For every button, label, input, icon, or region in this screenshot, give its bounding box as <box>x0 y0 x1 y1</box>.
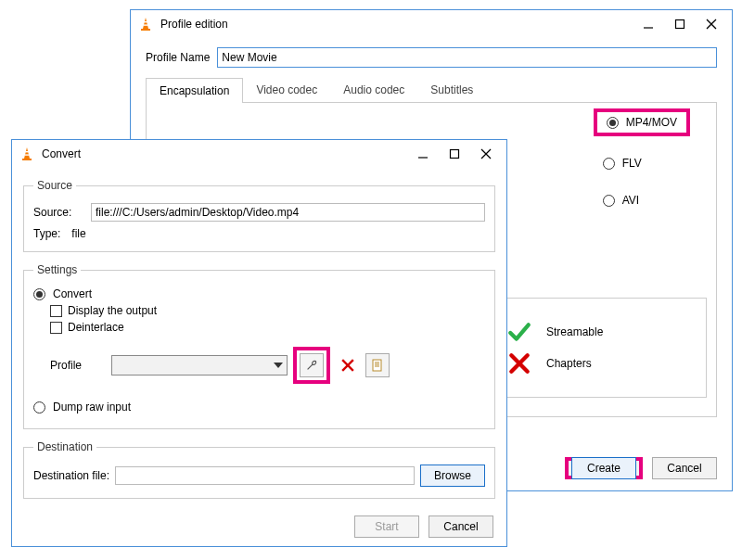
svg-rect-12 <box>25 154 30 155</box>
format-mp4mov[interactable]: MP4/MOV <box>594 108 690 136</box>
svg-rect-11 <box>25 151 29 152</box>
svg-rect-15 <box>451 150 459 159</box>
features-box: Streamable Chapters <box>490 298 707 398</box>
destination-legend: Destination <box>33 440 96 453</box>
convert-radio[interactable]: Convert <box>33 287 485 300</box>
minimize-button[interactable] <box>639 15 658 33</box>
format-avi[interactable]: AVI <box>594 190 690 210</box>
svg-rect-2 <box>144 24 148 25</box>
new-profile-button[interactable] <box>365 353 390 377</box>
dump-raw-label: Dump raw input <box>53 401 131 414</box>
profile-tabs: Encapsulation Video codec Audio codec Su… <box>146 77 717 102</box>
source-legend: Source <box>33 179 76 192</box>
minimize-button[interactable] <box>414 145 432 163</box>
destination-fieldset: Destination Destination file: Browse <box>23 440 495 499</box>
checkbox-icon <box>50 305 62 317</box>
svg-rect-21 <box>373 360 381 371</box>
checkbox-label: Deinterlace <box>68 321 124 334</box>
radio-icon <box>33 288 45 300</box>
svg-rect-5 <box>676 20 684 29</box>
source-path[interactable]: file:///C:/Users/admin/Desktop/Video.mp4 <box>91 203 485 222</box>
maximize-button[interactable] <box>671 15 689 33</box>
chevron-down-icon <box>274 363 283 368</box>
convert-cancel-button[interactable]: Cancel <box>429 515 493 538</box>
type-label: Type: <box>33 227 60 240</box>
display-output-checkbox[interactable]: Display the output <box>50 304 485 317</box>
svg-rect-3 <box>141 29 150 31</box>
feature-chapters: Chapters <box>507 351 689 375</box>
close-button[interactable] <box>477 145 495 163</box>
format-label: AVI <box>622 194 639 207</box>
svg-rect-1 <box>144 21 147 22</box>
svg-marker-0 <box>143 18 148 29</box>
browse-button[interactable]: Browse <box>420 465 485 487</box>
type-value: file <box>71 227 85 240</box>
convert-titlebar: Convert <box>12 140 506 168</box>
x-icon <box>341 359 354 372</box>
profile-dropdown[interactable] <box>111 355 288 375</box>
check-icon <box>507 320 531 344</box>
create-button[interactable]: Create <box>571 457 636 479</box>
feature-label: Streamable <box>546 325 603 338</box>
deinterlace-checkbox[interactable]: Deinterlace <box>50 321 485 334</box>
convert-window: Convert Source Source: file:///C:/Users/… <box>11 139 507 547</box>
edit-profile-highlight <box>293 347 330 384</box>
destination-file-label: Destination file: <box>33 469 109 482</box>
checkbox-icon <box>50 322 62 334</box>
radio-icon <box>603 195 615 207</box>
settings-legend: Settings <box>33 263 81 276</box>
cancel-button[interactable]: Cancel <box>652 457 717 479</box>
source-fieldset: Source Source: file:///C:/Users/admin/De… <box>23 179 495 252</box>
svg-marker-18 <box>274 363 283 368</box>
convert-radio-label: Convert <box>53 287 92 300</box>
tab-audio-codec[interactable]: Audio codec <box>330 78 417 103</box>
dump-raw-radio[interactable]: Dump raw input <box>33 401 485 414</box>
close-button[interactable] <box>702 15 721 33</box>
profile-name-input[interactable] <box>217 47 717 68</box>
tab-subtitles[interactable]: Subtitles <box>417 78 486 103</box>
vlc-cone-icon <box>19 146 34 161</box>
wrench-icon <box>305 359 318 372</box>
svg-rect-13 <box>22 159 32 160</box>
format-flv[interactable]: FLV <box>594 153 690 173</box>
profile-title: Profile edition <box>160 18 639 31</box>
feature-label: Chapters <box>546 357 592 370</box>
delete-profile-button[interactable] <box>336 353 360 377</box>
format-label: FLV <box>622 157 642 170</box>
profile-label: Profile <box>50 359 106 372</box>
radio-icon <box>603 158 615 170</box>
vlc-cone-icon <box>138 17 153 32</box>
start-button[interactable]: Start <box>354 515 419 538</box>
svg-marker-10 <box>24 147 30 159</box>
radio-icon <box>607 117 619 129</box>
tab-encapsulation[interactable]: Encapsulation <box>146 78 243 103</box>
format-label: MP4/MOV <box>626 116 677 129</box>
convert-title: Convert <box>42 147 414 160</box>
feature-streamable: Streamable <box>507 320 689 344</box>
tab-video-codec[interactable]: Video codec <box>243 78 330 103</box>
settings-fieldset: Settings Convert Display the output Dein… <box>23 263 495 429</box>
source-label: Source: <box>33 206 85 219</box>
checkbox-label: Display the output <box>68 304 157 317</box>
profile-titlebar: Profile edition <box>131 10 732 38</box>
radio-icon <box>33 401 45 414</box>
destination-file-input[interactable] <box>115 466 415 485</box>
maximize-button[interactable] <box>445 145 464 163</box>
edit-profile-button[interactable] <box>300 353 324 377</box>
cross-icon <box>507 351 531 375</box>
new-doc-icon <box>371 359 384 372</box>
create-button-highlight: Create <box>565 457 643 479</box>
profile-name-label: Profile Name <box>146 51 210 64</box>
